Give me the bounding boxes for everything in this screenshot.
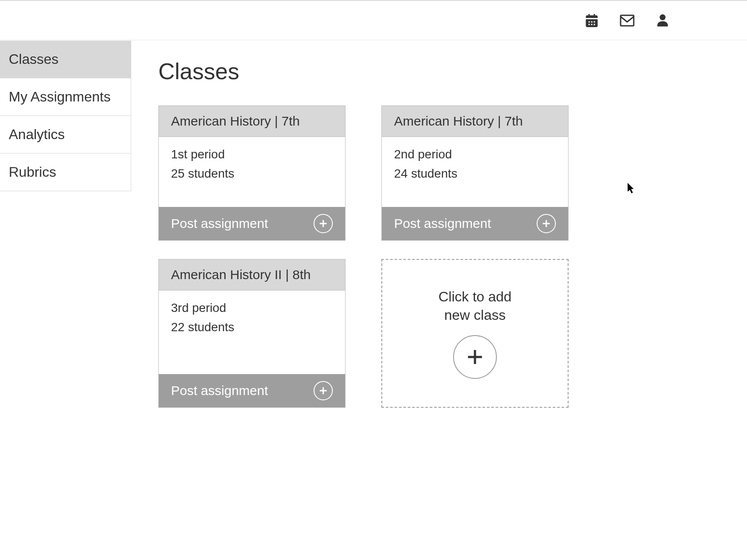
post-assignment-button[interactable]: Post assignment — [159, 207, 345, 240]
user-icon[interactable] — [655, 13, 670, 28]
sidebar-item-label: Analytics — [9, 126, 65, 142]
plus-circle-icon — [537, 214, 556, 233]
class-students: 25 students — [171, 167, 333, 181]
plus-icon — [453, 335, 497, 379]
class-card-body: 2nd period 24 students — [382, 137, 568, 207]
class-students: 22 students — [171, 320, 333, 334]
sidebar-item-label: Classes — [9, 51, 59, 67]
class-card[interactable]: American History II | 8th 3rd period 22 … — [158, 259, 346, 408]
class-card-body: 3rd period 22 students — [159, 290, 345, 374]
post-assignment-button[interactable]: Post assignment — [159, 374, 345, 407]
post-assignment-label: Post assignment — [171, 216, 268, 231]
page-title: Classes — [158, 58, 720, 84]
sidebar-item-label: My Assignments — [9, 89, 111, 105]
class-period: 2nd period — [394, 147, 556, 161]
class-students: 24 students — [394, 167, 556, 181]
class-card-title: American History II | 8th — [159, 259, 345, 290]
sidebar-item-my-assignments[interactable]: My Assignments — [0, 78, 131, 116]
class-card-title: American History | 7th — [159, 106, 345, 137]
class-card[interactable]: American History | 7th 2nd period 24 stu… — [381, 105, 569, 241]
class-card[interactable]: American History | 7th 1st period 25 stu… — [158, 105, 346, 241]
calendar-icon[interactable] — [584, 13, 600, 28]
post-assignment-label: Post assignment — [394, 216, 491, 231]
class-card-body: 1st period 25 students — [159, 137, 345, 207]
main-content: Classes American History | 7th 1st perio… — [131, 41, 747, 425]
mail-icon[interactable] — [619, 13, 635, 28]
class-period: 1st period — [171, 147, 333, 161]
svg-rect-0 — [621, 15, 634, 26]
class-card-title: American History | 7th — [382, 106, 568, 137]
plus-circle-icon — [314, 214, 333, 233]
sidebar-item-label: Rubrics — [9, 164, 56, 180]
class-period: 3rd period — [171, 301, 333, 315]
header — [0, 1, 747, 40]
sidebar-item-analytics[interactable]: Analytics — [0, 116, 131, 154]
plus-circle-icon — [314, 381, 333, 400]
post-assignment-button[interactable]: Post assignment — [382, 207, 568, 240]
add-class-card[interactable]: Click to add new class — [381, 259, 569, 408]
sidebar-item-rubrics[interactable]: Rubrics — [0, 154, 131, 191]
sidebar-item-classes[interactable]: Classes — [0, 41, 131, 78]
post-assignment-label: Post assignment — [171, 383, 268, 398]
sidebar: Classes My Assignments Analytics Rubrics — [0, 41, 131, 191]
svg-point-1 — [660, 14, 666, 20]
cards-grid: American History | 7th 1st period 25 stu… — [158, 105, 720, 408]
add-class-text: Click to add new class — [438, 288, 511, 324]
